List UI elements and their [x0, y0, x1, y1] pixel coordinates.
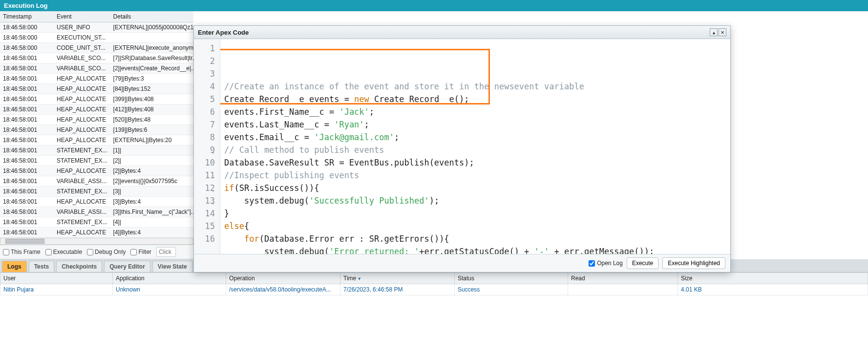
execution-log-panel: Timestamp Event Details 18:46:58:000USER… [0, 11, 193, 238]
cell-status: Success [455, 284, 568, 295]
log-row[interactable]: 18:46:58:001VARIABLE_ASSI...[3]|this.Fir… [0, 207, 193, 217]
code-line[interactable]: for(Database.Error err : SR.getErrors())… [224, 232, 726, 245]
tab-query-editor[interactable]: Query Editor [104, 261, 150, 272]
cell-time: 7/26/2023, 6:46:58 PM [340, 284, 455, 295]
logs-col-time[interactable]: Time▼ [340, 273, 455, 284]
col-details[interactable]: Details [110, 11, 193, 22]
logs-col-read[interactable]: Read [568, 273, 678, 284]
debug-only-checkbox[interactable]: Debug Only [87, 249, 126, 255]
logs-col-application[interactable]: Application [113, 273, 226, 284]
code-line[interactable]: Database.SaveResult SR = EventBus.publis… [224, 156, 726, 169]
cell-operation: /services/data/v58.0/tooling/executeA... [226, 284, 340, 295]
cell-read [568, 284, 678, 295]
code-line[interactable]: events.Last_Name__c = 'Ryan'; [224, 118, 726, 131]
code-line[interactable]: //Inspect publishing events [224, 169, 726, 182]
filter-input[interactable] [156, 247, 176, 257]
code-line[interactable]: if(SR.isSuccess()){ [224, 182, 726, 194]
execute-button[interactable]: Execute [627, 257, 658, 269]
log-row[interactable]: 18:46:58:001HEAP_ALLOCATE[399]|Bytes:408 [0, 94, 193, 104]
tab-tests[interactable]: Tests [29, 261, 54, 272]
code-line[interactable]: events.First_Name__c = 'Jack'; [224, 105, 726, 118]
logs-grid: User Application Operation Time▼ Status … [0, 272, 868, 295]
logs-row[interactable]: Nitin Pujara Unknown /services/data/v58.… [0, 284, 868, 295]
log-row[interactable]: 18:46:58:001STATEMENT_EX...[2]| [0, 156, 193, 166]
log-row[interactable]: 18:46:58:001HEAP_ALLOCATE[EXTERNAL]|Byte… [0, 135, 193, 146]
log-row[interactable]: 18:46:58:001HEAP_ALLOCATE[4]|Bytes:4 [0, 228, 193, 238]
execution-log-table: Timestamp Event Details 18:46:58:000USER… [0, 11, 193, 238]
log-toolbar: This Frame Executable Debug Only Filter [0, 245, 193, 259]
code-line[interactable]: //Create an instance of the event and st… [224, 80, 726, 93]
sort-desc-icon: ▼ [357, 276, 361, 281]
executable-checkbox[interactable]: Executable [45, 249, 82, 255]
code-line[interactable]: events.Email__c = 'Jack@gmail.com'; [224, 131, 726, 144]
log-row[interactable]: 18:46:58:001STATEMENT_EX...[4]| [0, 217, 193, 228]
log-row[interactable]: 18:46:58:001HEAP_ALLOCATE[84]|Bytes:152 [0, 84, 193, 94]
this-frame-checkbox[interactable]: This Frame [3, 249, 41, 255]
dialog-title: Enter Apex Code [198, 29, 249, 36]
logs-col-size[interactable]: Size [678, 273, 868, 284]
col-timestamp[interactable]: Timestamp [0, 11, 54, 22]
log-row[interactable]: 18:46:58:000CODE_UNIT_ST...[EXTERNAL]|ex… [0, 43, 193, 53]
log-row[interactable]: 18:46:58:001HEAP_ALLOCATE[412]|Bytes:408 [0, 104, 193, 115]
enter-apex-code-dialog: Enter Apex Code ▴ ✕ 123456789▾101112▾13▾… [193, 25, 731, 272]
log-row[interactable]: 18:46:58:001HEAP_ALLOCATE[79]|Bytes:3 [0, 74, 193, 84]
collapse-icon[interactable]: ▴ [710, 28, 718, 36]
log-row[interactable]: 18:46:58:001VARIABLE_SCO...[2]|events|Cr… [0, 63, 193, 74]
cell-application: Unknown [113, 284, 226, 295]
log-row[interactable]: 18:46:58:001STATEMENT_EX...[3]| [0, 187, 193, 197]
horizontal-scrollbar[interactable] [0, 238, 193, 245]
log-row[interactable]: 18:46:58:000EXECUTION_ST... [0, 33, 193, 43]
code-line[interactable]: Create_Record__e events = new Create_Rec… [224, 93, 726, 105]
log-row[interactable]: 18:46:58:001STATEMENT_EX...[1]| [0, 146, 193, 156]
log-row[interactable]: 18:46:58:001VARIABLE_SCO...[7]|SR|Databa… [0, 53, 193, 63]
open-log-checkbox[interactable]: Open Log [589, 260, 623, 267]
panel-title: Execution Log [0, 0, 868, 11]
tab-view-state[interactable]: View State [152, 261, 192, 272]
log-row[interactable]: 18:46:58:001HEAP_ALLOCATE[520]|Bytes:48 [0, 115, 193, 125]
tab-checkpoints[interactable]: Checkpoints [56, 261, 102, 272]
code-line[interactable]: system.debug('Successfully Published'); [224, 194, 726, 207]
code-line[interactable]: // Call method to publish events [224, 144, 726, 156]
cell-user: Nitin Pujara [0, 284, 113, 295]
log-row[interactable]: 18:46:58:001HEAP_ALLOCATE[139]|Bytes:6 [0, 125, 193, 135]
code-line[interactable]: } [224, 207, 726, 220]
log-row[interactable]: 18:46:58:000USER_INFO[EXTERNAL]|0055j000… [0, 22, 193, 33]
logs-col-operation[interactable]: Operation [226, 273, 340, 284]
logs-col-status[interactable]: Status [455, 273, 568, 284]
close-icon[interactable]: ✕ [719, 28, 726, 36]
code-line[interactable]: system.debug('Error returned: '+err.getS… [224, 245, 726, 254]
logs-col-user[interactable]: User [0, 273, 113, 284]
log-row[interactable]: 18:46:58:001HEAP_ALLOCATE[3]|Bytes:4 [0, 197, 193, 207]
cell-size: 4.01 KB [678, 284, 868, 295]
code-line[interactable]: else{ [224, 220, 726, 232]
log-row[interactable]: 18:46:58:001VARIABLE_ASSI...[2]|events|{… [0, 176, 193, 187]
col-event[interactable]: Event [54, 11, 110, 22]
log-row[interactable]: 18:46:58:001HEAP_ALLOCATE[2]|Bytes:4 [0, 166, 193, 176]
execute-highlighted-button[interactable]: Execute Highlighted [662, 257, 725, 269]
filter-checkbox[interactable]: Filter [130, 249, 151, 255]
tab-logs[interactable]: Logs [2, 261, 27, 272]
code-editor[interactable]: 123456789▾101112▾13▾141516 //Create an i… [194, 39, 730, 254]
